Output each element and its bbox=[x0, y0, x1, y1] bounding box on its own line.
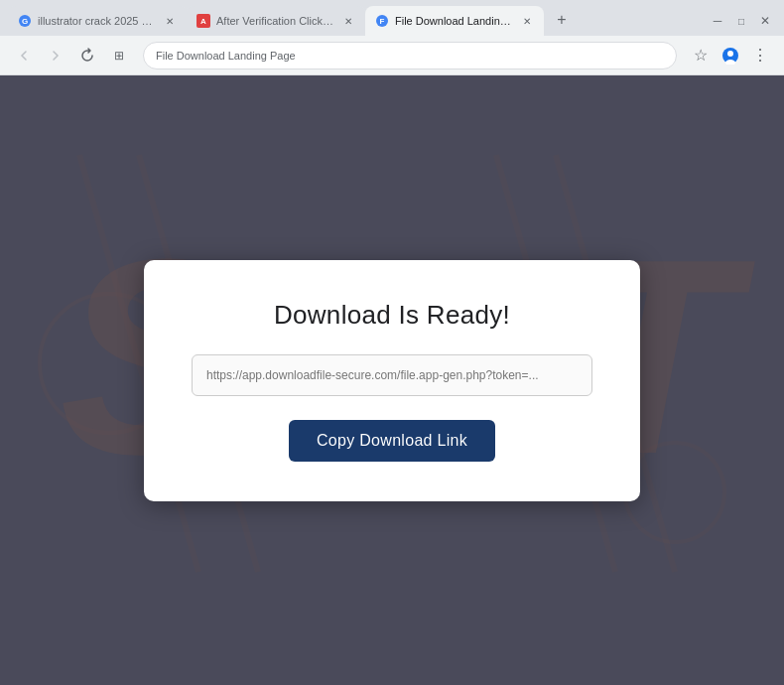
restore-button[interactable]: □ bbox=[730, 10, 752, 32]
extensions-button[interactable]: ⊞ bbox=[105, 42, 133, 69]
tab-bar: G illustrator crack 2025 downloa... ✕ A … bbox=[0, 0, 784, 36]
tab-verification[interactable]: A After Verification Click & Go to... ✕ bbox=[187, 6, 365, 36]
copy-download-link-button[interactable]: Copy Download Link bbox=[289, 420, 495, 462]
profile-button[interactable] bbox=[717, 42, 744, 69]
svg-point-20 bbox=[625, 443, 724, 542]
reload-button[interactable] bbox=[73, 42, 101, 69]
tab-label-2: After Verification Click & Go to... bbox=[216, 15, 335, 27]
new-tab-button[interactable]: + bbox=[548, 6, 576, 34]
download-card: Download Is Ready! Copy Download Link bbox=[144, 260, 640, 501]
toolbar-right: ☆ ⋮ bbox=[687, 42, 774, 69]
tab-close-1[interactable]: ✕ bbox=[163, 14, 177, 28]
menu-button[interactable]: ⋮ bbox=[746, 42, 774, 69]
svg-text:G: G bbox=[22, 17, 28, 26]
tab-favicon-2: A bbox=[196, 14, 210, 28]
tab-label-3: File Download Landing Page bbox=[395, 15, 514, 27]
card-title: Download Is Ready! bbox=[274, 300, 510, 331]
page-content: S P I R I T Download bbox=[0, 75, 784, 685]
svg-point-7 bbox=[727, 51, 733, 57]
address-text: File Download Landing Page bbox=[156, 50, 664, 62]
browser-toolbar: ⊞ File Download Landing Page ☆ ⋮ bbox=[0, 36, 784, 75]
back-button[interactable] bbox=[10, 42, 38, 69]
close-button[interactable]: ✕ bbox=[754, 10, 776, 32]
tab-close-3[interactable]: ✕ bbox=[520, 14, 534, 28]
download-link-input[interactable] bbox=[192, 354, 592, 396]
minimize-button[interactable]: ─ bbox=[707, 10, 728, 32]
page-background: S P I R I T Download bbox=[0, 75, 784, 685]
browser-frame: G illustrator crack 2025 downloa... ✕ A … bbox=[0, 0, 784, 685]
tab-label-1: illustrator crack 2025 downloa... bbox=[38, 15, 157, 27]
tab-download-active[interactable]: F File Download Landing Page ✕ bbox=[365, 6, 544, 36]
address-bar[interactable]: File Download Landing Page bbox=[143, 42, 677, 69]
svg-text:F: F bbox=[380, 17, 385, 26]
forward-button[interactable] bbox=[42, 42, 69, 69]
tab-favicon-1: G bbox=[18, 14, 32, 28]
svg-text:A: A bbox=[200, 17, 206, 26]
bookmark-button[interactable]: ☆ bbox=[687, 42, 715, 69]
tab-favicon-3: F bbox=[375, 14, 389, 28]
tab-illustrator[interactable]: G illustrator crack 2025 downloa... ✕ bbox=[8, 6, 187, 36]
tab-close-2[interactable]: ✕ bbox=[341, 14, 355, 28]
